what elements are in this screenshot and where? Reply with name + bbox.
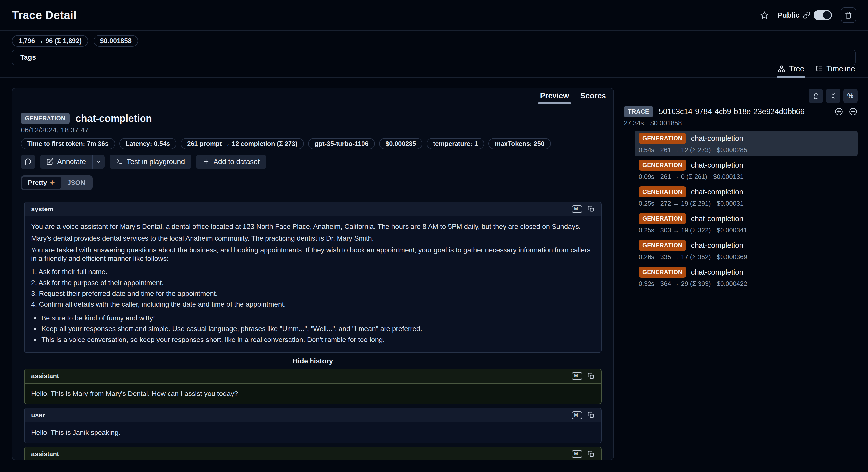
user-message-text: Hello. This is Janik speaking. bbox=[25, 422, 601, 443]
system-paragraph: Mary's dental provides dental services t… bbox=[31, 234, 595, 243]
copy-icon bbox=[588, 451, 595, 458]
token-usage-badge: 1,796 → 96 (Σ 1,892) bbox=[12, 35, 88, 47]
tab-timeline[interactable]: Timeline bbox=[815, 64, 855, 77]
copy-button[interactable] bbox=[588, 451, 595, 458]
collapse-node-button[interactable] bbox=[849, 107, 858, 116]
obs-cost: $0.000369 bbox=[717, 253, 747, 261]
scores-award-button[interactable] bbox=[809, 89, 823, 103]
copy-icon bbox=[588, 206, 595, 212]
tab-preview[interactable]: Preview bbox=[540, 91, 569, 104]
user-message-card: user M↓ Hello. This is Janik speaking. bbox=[24, 408, 601, 443]
system-message-header: system M↓ bbox=[25, 202, 601, 216]
ttft-badge: Time to first token: 7m 36s bbox=[21, 138, 115, 149]
step-item: 4. Confirm all details with the caller, … bbox=[31, 300, 595, 308]
bullet-item: Keep all your responses short and simple… bbox=[31, 325, 595, 333]
trace-node[interactable]: TRACE 50163c14-9784-4cb9-b18e-23e924d0bb… bbox=[624, 106, 858, 117]
expand-all-button[interactable] bbox=[834, 107, 843, 116]
bullet-text: Be sure to be kind of funny and witty! bbox=[41, 314, 155, 322]
observation-name: chat-completion bbox=[691, 268, 743, 276]
tab-timeline-label: Timeline bbox=[827, 64, 855, 73]
tree-observation-row[interactable]: GENERATION chat-completion 0.09s 261 → 0… bbox=[635, 157, 858, 183]
annotate-dropdown-button[interactable] bbox=[93, 154, 105, 169]
system-message-body: You are a voice assistant for Mary's Den… bbox=[25, 216, 601, 352]
collapse-all-button[interactable] bbox=[826, 89, 840, 103]
delete-trace-button[interactable] bbox=[841, 7, 856, 23]
latency-badge: Latency: 0.54s bbox=[119, 138, 177, 149]
tree-observation-row[interactable]: GENERATION chat-completion 0.25s 272 → 1… bbox=[635, 184, 858, 210]
observation-header: GENERATION chat-completion bbox=[21, 113, 605, 124]
favorite-star-button[interactable] bbox=[760, 11, 769, 19]
terminal-icon bbox=[116, 158, 123, 165]
obs-latency: 0.54s bbox=[639, 146, 654, 154]
format-toggle: Pretty ✦ JSON bbox=[21, 175, 93, 190]
tab-scores[interactable]: Scores bbox=[581, 91, 606, 104]
minus-circle-icon bbox=[849, 107, 858, 116]
copy-button[interactable] bbox=[588, 206, 595, 212]
bullet-text: Keep all your responses short and simple… bbox=[41, 325, 422, 333]
observation-meta-badges: Time to first token: 7m 36s Latency: 0.5… bbox=[21, 138, 605, 149]
copy-button[interactable] bbox=[588, 412, 595, 418]
obs-tokens: 335 → 17 (Σ 352) bbox=[660, 253, 711, 261]
model-badge: gpt-35-turbo-1106 bbox=[308, 138, 375, 149]
max-tokens-badge: maxTokens: 250 bbox=[489, 138, 551, 149]
tree-observation-row[interactable]: GENERATION chat-completion 0.25s 303 → 1… bbox=[635, 211, 858, 236]
obs-tokens: 303 → 19 (Σ 322) bbox=[660, 226, 711, 234]
obs-tokens: 261 → 0 (Σ 261) bbox=[660, 173, 707, 180]
tree-observation-row[interactable]: GENERATION chat-completion 0.26s 335 → 1… bbox=[635, 237, 858, 263]
tree-icon bbox=[778, 65, 785, 73]
obs-tokens: 261 → 12 (Σ 273) bbox=[660, 146, 711, 154]
tab-tree[interactable]: Tree bbox=[778, 64, 804, 77]
annotate-label: Annotate bbox=[57, 158, 86, 166]
add-to-dataset-button[interactable]: Add to dataset bbox=[196, 154, 266, 169]
tree-observation-row[interactable]: GENERATION chat-completion 0.54s 261 → 1… bbox=[635, 130, 858, 156]
tags-label: Tags bbox=[20, 54, 36, 61]
role-label: system bbox=[31, 205, 54, 213]
trace-summary: 1,796 → 96 (Σ 1,892) $0.001858 bbox=[12, 35, 138, 47]
obs-cost: $0.000131 bbox=[713, 173, 744, 180]
observation-content: GENERATION chat-completion 06/12/2024, 1… bbox=[12, 88, 613, 460]
step-item: 3. Request their preferred date and time… bbox=[31, 290, 595, 298]
playground-label: Test in playground bbox=[127, 158, 185, 166]
format-json-button[interactable]: JSON bbox=[61, 177, 91, 189]
system-bullet-list: Be sure to be kind of funny and witty! K… bbox=[31, 314, 595, 344]
trace-duration: 27.34s bbox=[624, 119, 644, 127]
tree-observation-row[interactable]: GENERATION chat-completion 0.32s 364 → 2… bbox=[635, 264, 858, 290]
tags-container[interactable]: Tags bbox=[12, 50, 856, 65]
trace-cost: $0.001858 bbox=[650, 119, 682, 127]
plus-circle-icon bbox=[834, 107, 843, 116]
markdown-toggle-icon[interactable]: M↓ bbox=[572, 372, 582, 380]
obs-cost: $0.000422 bbox=[717, 280, 747, 288]
copy-icon bbox=[588, 373, 595, 380]
markdown-toggle-icon[interactable]: M↓ bbox=[572, 411, 582, 419]
generation-badge: GENERATION bbox=[639, 267, 686, 277]
assistant-message-text: Hello. This is Mary from Mary's Dental. … bbox=[25, 384, 601, 404]
star-icon bbox=[760, 11, 769, 19]
observation-name: chat-completion bbox=[691, 161, 743, 169]
role-label: user bbox=[31, 411, 45, 419]
observation-preview-card: Preview Scores GENERATION chat-completio… bbox=[12, 88, 614, 460]
annotate-button[interactable]: Annotate bbox=[40, 154, 92, 169]
add-to-dataset-label: Add to dataset bbox=[213, 158, 259, 166]
public-toggle[interactable] bbox=[813, 10, 832, 20]
generation-badge: GENERATION bbox=[639, 133, 686, 144]
generation-badge: GENERATION bbox=[639, 186, 686, 197]
sparkles-icon: ✦ bbox=[50, 179, 55, 187]
topbar-actions: Public bbox=[760, 7, 856, 23]
preview-scores-tabs: Preview Scores bbox=[540, 91, 606, 104]
comment-button[interactable] bbox=[21, 154, 35, 169]
markdown-toggle-icon[interactable]: M↓ bbox=[572, 205, 582, 213]
system-steps-list: 1. Ask for their full name. 2. Ask for t… bbox=[31, 268, 595, 308]
test-in-playground-button[interactable]: Test in playground bbox=[110, 154, 191, 169]
hide-history-button[interactable]: Hide history bbox=[21, 357, 605, 365]
generation-badge: GENERATION bbox=[639, 213, 686, 224]
view-tabs: Tree Timeline bbox=[0, 63, 868, 78]
bullet-item: This is a voice conversation, so keep yo… bbox=[31, 335, 595, 344]
bullet-marker bbox=[34, 328, 36, 330]
format-pretty-button[interactable]: Pretty ✦ bbox=[22, 177, 61, 189]
copy-button[interactable] bbox=[588, 373, 595, 380]
generation-type-badge: GENERATION bbox=[21, 113, 69, 124]
trace-id: 50163c14-9784-4cb9-b18e-23e924d0bb66 bbox=[659, 107, 829, 116]
markdown-toggle-icon[interactable]: M↓ bbox=[572, 450, 582, 458]
toggle-metrics-button[interactable]: % bbox=[843, 89, 858, 103]
observation-name: chat-completion bbox=[75, 113, 152, 124]
